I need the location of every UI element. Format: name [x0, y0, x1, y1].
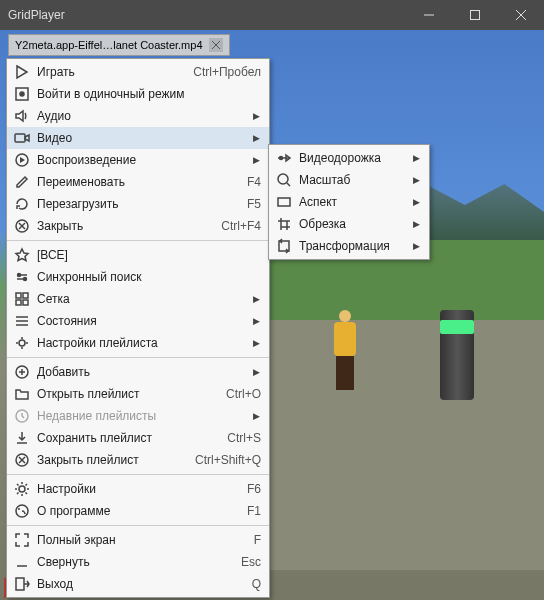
- menu-label: Закрыть: [37, 219, 203, 233]
- submenu-arrow-icon: ▶: [413, 175, 421, 185]
- menu-item-play[interactable]: ИгратьCtrl+Пробел: [7, 61, 269, 83]
- svg-point-31: [18, 508, 20, 510]
- menu-item-add[interactable]: Добавить▶: [7, 361, 269, 383]
- menu-label: О программе: [37, 504, 229, 518]
- menu-item-grid[interactable]: Сетка▶: [7, 288, 269, 310]
- submenu-arrow-icon: ▶: [413, 153, 421, 163]
- submenu-arrow-icon: ▶: [253, 133, 261, 143]
- single-icon: [13, 85, 31, 103]
- menu-item-closepl[interactable]: Закрыть плейлистCtrl+Shift+Q: [7, 449, 269, 471]
- titlebar: GridPlayer: [0, 0, 544, 30]
- submenu-item-track[interactable]: Видеодорожка▶: [269, 147, 429, 169]
- menu-item-open[interactable]: Открыть плейлистCtrl+O: [7, 383, 269, 405]
- menu-shortcut: Q: [252, 577, 261, 591]
- plsettings-icon: [13, 334, 31, 352]
- menu-label: Недавние плейлисты: [37, 409, 247, 423]
- window-title: GridPlayer: [8, 8, 406, 22]
- fullscreen-icon: [13, 531, 31, 549]
- save-icon: [13, 429, 31, 447]
- menu-label: Переименовать: [37, 175, 229, 189]
- svg-point-15: [18, 274, 21, 277]
- scene-pillar: [440, 310, 474, 400]
- menu-item-single[interactable]: Войти в одиночный режим: [7, 83, 269, 105]
- menu-label: Настройки плейлиста: [37, 336, 247, 350]
- menu-label: Видеодорожка: [299, 151, 407, 165]
- submenu-arrow-icon: ▶: [253, 367, 261, 377]
- submenu-item-zoom[interactable]: Масштаб▶: [269, 169, 429, 191]
- menu-shortcut: F4: [247, 175, 261, 189]
- crop-icon: [275, 215, 293, 233]
- video-area[interactable]: Y2meta.app-Eiffel…lanet Coaster.mp4 Игра…: [0, 30, 544, 600]
- menu-shortcut: F6: [247, 482, 261, 496]
- svg-marker-11: [20, 157, 25, 163]
- submenu-item-aspect[interactable]: Аспект▶: [269, 191, 429, 213]
- menu-label: Открыть плейлист: [37, 387, 208, 401]
- closepl-icon: [13, 451, 31, 469]
- submenu-arrow-icon: ▶: [253, 155, 261, 165]
- close-icon: [13, 217, 31, 235]
- minimize-icon: [13, 553, 31, 571]
- menu-label: Видео: [37, 131, 247, 145]
- maximize-button[interactable]: [452, 0, 498, 30]
- menu-item-exit[interactable]: ВыходQ: [7, 573, 269, 595]
- states-icon: [13, 312, 31, 330]
- menu-label: Сетка: [37, 292, 247, 306]
- exit-icon: [13, 575, 31, 593]
- menu-item-video[interactable]: Видео▶: [7, 127, 269, 149]
- menu-item-close[interactable]: ЗакрытьCtrl+F4: [7, 215, 269, 237]
- settings-icon: [13, 480, 31, 498]
- menu-label: [ВСЕ]: [37, 248, 261, 262]
- menu-label: Полный экран: [37, 533, 236, 547]
- menu-item-settings[interactable]: НастройкиF6: [7, 478, 269, 500]
- reload-icon: [13, 195, 31, 213]
- menu-item-sync[interactable]: Синхронный поиск: [7, 266, 269, 288]
- menu-label: Воспроизведение: [37, 153, 247, 167]
- submenu-arrow-icon: ▶: [413, 219, 421, 229]
- menu-item-all[interactable]: [ВСЕ]: [7, 244, 269, 266]
- menu-item-rename[interactable]: ПереименоватьF4: [7, 171, 269, 193]
- track-icon: [275, 149, 293, 167]
- menu-separator: [7, 525, 269, 526]
- menu-label: Аудио: [37, 109, 247, 123]
- menu-label: Закрыть плейлист: [37, 453, 177, 467]
- svg-point-29: [19, 486, 25, 492]
- open-icon: [13, 385, 31, 403]
- submenu-arrow-icon: ▶: [253, 111, 261, 121]
- menu-item-fullscreen[interactable]: Полный экранF: [7, 529, 269, 551]
- file-close-button[interactable]: [209, 38, 223, 52]
- svg-point-16: [24, 278, 27, 281]
- submenu-item-transform[interactable]: Трансформация▶: [269, 235, 429, 257]
- minimize-button[interactable]: [406, 0, 452, 30]
- svg-marker-6: [17, 66, 27, 78]
- submenu-arrow-icon: ▶: [253, 294, 261, 304]
- menu-separator: [7, 357, 269, 358]
- menu-item-states[interactable]: Состояния▶: [7, 310, 269, 332]
- svg-rect-1: [471, 11, 480, 20]
- menu-label: Синхронный поиск: [37, 270, 261, 284]
- menu-label: Перезагрузить: [37, 197, 229, 211]
- menu-item-playback[interactable]: Воспроизведение▶: [7, 149, 269, 171]
- menu-shortcut: F5: [247, 197, 261, 211]
- menu-item-save[interactable]: Сохранить плейлистCtrl+S: [7, 427, 269, 449]
- sync-icon: [13, 268, 31, 286]
- rename-icon: [13, 173, 31, 191]
- menu-item-recent: Недавние плейлисты▶: [7, 405, 269, 427]
- menu-item-plsettings[interactable]: Настройки плейлиста▶: [7, 332, 269, 354]
- menu-shortcut: Ctrl+F4: [221, 219, 261, 233]
- all-icon: [13, 246, 31, 264]
- menu-label: Выход: [37, 577, 234, 591]
- menu-item-audio[interactable]: Аудио▶: [7, 105, 269, 127]
- scene-path: [260, 320, 544, 570]
- menu-item-about[interactable]: О программеF1: [7, 500, 269, 522]
- audio-icon: [13, 107, 31, 125]
- svg-rect-37: [278, 198, 290, 206]
- close-window-button[interactable]: [498, 0, 544, 30]
- video-submenu: Видеодорожка▶Масштаб▶Аспект▶Обрезка▶Тран…: [268, 144, 430, 260]
- svg-rect-20: [23, 300, 28, 305]
- menu-label: Обрезка: [299, 217, 407, 231]
- submenu-item-crop[interactable]: Обрезка▶: [269, 213, 429, 235]
- file-tab[interactable]: Y2meta.app-Eiffel…lanet Coaster.mp4: [8, 34, 230, 56]
- menu-item-reload[interactable]: ПерезагрузитьF5: [7, 193, 269, 215]
- scene-person: [330, 310, 360, 390]
- menu-item-minimize[interactable]: СвернутьEsc: [7, 551, 269, 573]
